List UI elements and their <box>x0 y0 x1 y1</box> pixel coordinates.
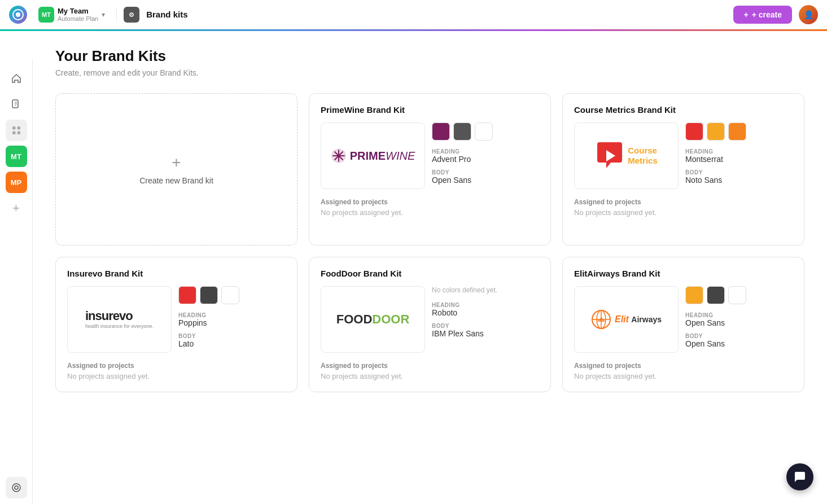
plus-icon: + <box>743 10 748 19</box>
fooddoor-kit-card[interactable]: FoodDoor Brand Kit FOODDOOR No colors de… <box>309 257 551 392</box>
sidebar: MT MP + <box>0 59 33 504</box>
primewine-snowflake-icon <box>331 148 347 164</box>
page-title: Brand kits <box>146 10 187 19</box>
elitairways-assigned-text: No projects assigned yet. <box>574 372 793 380</box>
coursemetrics-colors <box>685 122 793 141</box>
insurevo-logo-box: insurevo health insurance for everyone. <box>67 286 172 353</box>
insurevo-logo-tagline: health insurance for everyone. <box>85 323 154 329</box>
create-button[interactable]: + + create <box>733 6 792 24</box>
fooddoor-body-font: IBM Plex Sans <box>432 329 539 338</box>
top-gradient-bar <box>0 29 827 31</box>
primewine-kit-card[interactable]: PrimeWine Brand Kit PRIMEWINE <box>309 93 551 246</box>
sidebar-bottom <box>6 477 27 504</box>
sidebar-item-files[interactable] <box>6 94 27 115</box>
coursemetrics-logo-box: Course Metrics <box>574 122 679 189</box>
coursemetrics-kit-preview: Course Metrics HEADING Montserrat <box>574 122 793 189</box>
primewine-body-font: Open Sans <box>432 176 539 185</box>
topbar-divider <box>116 8 117 21</box>
chevron-down-icon: ▾ <box>102 11 105 19</box>
insurevo-kit-meta: HEADING Poppins BODY Lato <box>178 286 286 353</box>
primewine-heading-font: Advent Pro <box>432 155 539 164</box>
svg-point-1 <box>16 12 20 17</box>
fooddoor-kit-meta: No colors defined yet. HEADING Roboto BO… <box>432 286 539 353</box>
svg-point-11 <box>15 486 18 489</box>
create-new-card[interactable]: + Create new Brand kit <box>55 93 297 246</box>
coursemetrics-body-label: BODY <box>685 169 793 176</box>
brand-kits-grid: + Create new Brand kit PrimeWine Brand K… <box>55 93 804 392</box>
coursemetrics-logo-text: Course Metrics <box>628 146 658 166</box>
elitairways-logo-box: Elit Airways <box>574 286 679 353</box>
insurevo-kit-preview: insurevo health insurance for everyone. … <box>67 286 286 353</box>
elitairways-assigned-title: Assigned to projects <box>574 362 793 370</box>
coursemetrics-body-section: BODY Noto Sans <box>685 169 793 185</box>
elitairways-body-label: BODY <box>685 333 793 339</box>
team-name: My Team <box>58 7 98 15</box>
primewine-kit-preview: PRIMEWINE HEADING Advent Pro <box>321 122 539 189</box>
primewine-colors <box>432 122 539 141</box>
sidebar-item-home[interactable] <box>6 68 27 89</box>
insurevo-kit-card[interactable]: Insurevo Brand Kit insurevo health insur… <box>55 257 297 392</box>
coursemetrics-heading-font: Montserrat <box>685 155 793 164</box>
primewine-color-1 <box>432 122 450 141</box>
primewine-assigned-title: Assigned to projects <box>321 198 539 206</box>
coursemetrics-kit-card[interactable]: Course Metrics Brand Kit Course M <box>562 93 804 246</box>
coursemetrics-heading-section: HEADING Montserrat <box>685 148 793 164</box>
elitairways-body-section: BODY Open Sans <box>685 333 793 348</box>
primewine-body-label: BODY <box>432 169 539 176</box>
sidebar-item-add[interactable]: + <box>6 198 27 219</box>
chat-icon <box>794 471 806 483</box>
primewine-kit-meta: HEADING Advent Pro BODY Open Sans <box>432 122 539 189</box>
svg-rect-8 <box>12 132 16 135</box>
fooddoor-logo-text: FOODDOOR <box>336 312 410 327</box>
chat-bubble[interactable] <box>786 463 813 490</box>
fooddoor-no-colors: No colors defined yet. <box>432 286 539 294</box>
main-content: Your Brand Kits Create, remove and edit … <box>33 29 827 504</box>
coursemetrics-logo-icon <box>595 141 624 170</box>
elitairways-colors <box>685 286 793 304</box>
elitairways-kit-preview: Elit Airways HEADING Open Sans <box>574 286 793 353</box>
topbar: MT My Team Automate Plan ▾ Brand kits + … <box>0 0 827 29</box>
primewine-color-3 <box>475 122 493 141</box>
coursemetrics-assigned-title: Assigned to projects <box>574 198 793 206</box>
fooddoor-body-section: BODY IBM Plex Sans <box>432 323 539 338</box>
insurevo-color-2 <box>200 286 218 304</box>
topbar-right: + + create 👤 <box>733 5 818 24</box>
coursemetrics-kit-meta: HEADING Montserrat BODY Noto Sans <box>685 122 793 189</box>
sidebar-item-apps[interactable] <box>6 120 27 141</box>
elitairways-globe-icon <box>591 309 611 330</box>
svg-point-4 <box>131 14 132 15</box>
insurevo-kit-title: Insurevo Brand Kit <box>67 269 286 278</box>
sidebar-item-my-projects[interactable]: MP <box>6 172 27 193</box>
fooddoor-logo-box: FOODDOOR <box>321 286 425 353</box>
fooddoor-heading-font: Roboto <box>432 308 539 317</box>
team-selector[interactable]: MT My Team Automate Plan ▾ <box>34 5 110 25</box>
elitairways-logo-text: Elit Airways <box>615 314 662 325</box>
create-label: + create <box>752 10 782 19</box>
svg-rect-7 <box>17 126 20 130</box>
fooddoor-assigned-text: No projects assigned yet. <box>321 372 539 380</box>
primewine-logo-box: PRIMEWINE <box>321 122 425 189</box>
elitairways-heading-section: HEADING Open Sans <box>685 312 793 327</box>
page-subtitle: Create, remove and edit your Brand Kits. <box>55 68 804 77</box>
insurevo-body-label: BODY <box>178 333 286 339</box>
fooddoor-heading-label: HEADING <box>432 302 539 308</box>
elitairways-heading-font: Open Sans <box>685 318 793 327</box>
user-avatar[interactable]: 👤 <box>799 5 818 24</box>
sidebar-item-brand-kits[interactable] <box>6 477 27 498</box>
coursemetrics-body-font: Noto Sans <box>685 176 793 185</box>
create-new-label: Create new Brand kit <box>139 176 213 185</box>
insurevo-assigned-text: No projects assigned yet. <box>67 372 286 380</box>
insurevo-color-3 <box>221 286 239 304</box>
primewine-assigned-text: No projects assigned yet. <box>321 208 539 217</box>
elitairways-kit-title: ElitAirways Brand Kit <box>574 269 793 278</box>
primewine-logo-text: PRIMEWINE <box>350 150 415 163</box>
coursemetrics-kit-title: Course Metrics Brand Kit <box>574 105 793 115</box>
coursemetrics-assigned-text: No projects assigned yet. <box>574 208 793 217</box>
elitairways-kit-card[interactable]: ElitAirways Brand Kit <box>562 257 804 392</box>
insurevo-logo-name: insurevo <box>85 310 154 322</box>
elitairways-kit-meta: HEADING Open Sans BODY Open Sans <box>685 286 793 353</box>
fooddoor-body-label: BODY <box>432 323 539 329</box>
sidebar-item-my-team[interactable]: MT <box>6 146 27 167</box>
primewine-heading-label: HEADING <box>432 148 539 155</box>
elitairways-color-3 <box>728 286 746 304</box>
